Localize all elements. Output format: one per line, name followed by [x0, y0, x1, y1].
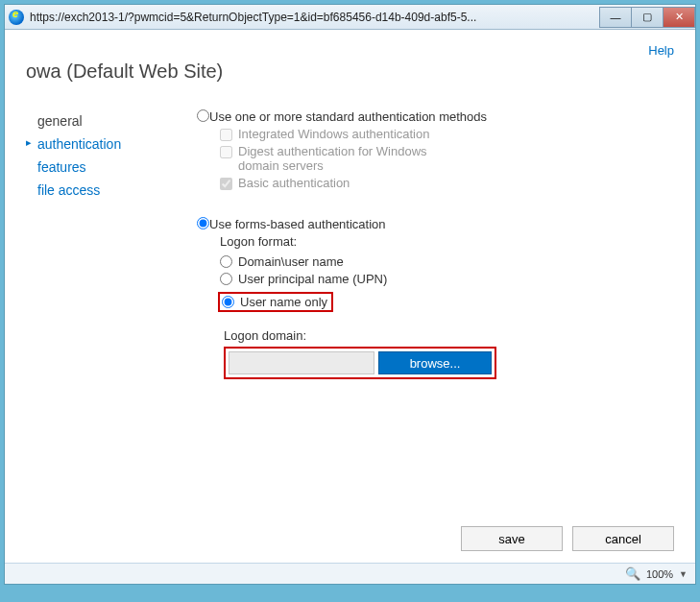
logon-domain-input — [229, 351, 374, 374]
save-button[interactable]: save — [461, 526, 563, 551]
browse-button[interactable]: browse... — [378, 351, 492, 374]
maximize-button[interactable]: ▢ — [631, 7, 664, 28]
titlebar: https://exch2013-1/?pwmcid=5&ReturnObjec… — [5, 5, 695, 30]
checkbox-iwa — [220, 129, 232, 141]
main-panel: Use one or more standard authentication … — [197, 109, 674, 379]
cancel-button[interactable]: cancel — [572, 526, 674, 551]
nav-features[interactable]: features — [26, 156, 197, 179]
label-upn: User principal name (UPN) — [238, 272, 387, 286]
label-logon-format: Logon format: — [220, 234, 674, 249]
status-bar: 🔍 100% ▼ — [5, 563, 695, 584]
label-forms-auth: Use forms-based authentication — [209, 217, 386, 231]
label-standard-auth: Use one or more standard authentication … — [209, 109, 487, 124]
radio-username-only[interactable] — [222, 296, 234, 308]
close-button[interactable]: ✕ — [663, 7, 695, 28]
zoom-icon: 🔍 — [625, 566, 640, 581]
help-link[interactable]: Help — [648, 43, 674, 58]
address-bar[interactable]: https://exch2013-1/?pwmcid=5&ReturnObjec… — [28, 11, 600, 24]
label-digest: Digest authentication for Windows domain… — [238, 144, 459, 173]
radio-forms-auth[interactable] — [197, 217, 209, 229]
label-domain-user: Domain\user name — [238, 254, 344, 269]
window: https://exch2013-1/?pwmcid=5&ReturnObjec… — [4, 4, 696, 585]
nav-general[interactable]: general — [26, 109, 197, 132]
nav-file-access[interactable]: file access — [26, 179, 197, 202]
label-username-only: User name only — [240, 295, 327, 309]
label-basic: Basic authentication — [238, 176, 350, 190]
minimize-button[interactable]: — — [599, 7, 632, 28]
sidebar: general authentication features file acc… — [26, 109, 197, 379]
nav-authentication[interactable]: authentication — [26, 132, 197, 156]
ie-icon — [9, 10, 24, 25]
radio-domain-user[interactable] — [220, 255, 232, 268]
zoom-dropdown-icon[interactable]: ▼ — [679, 569, 688, 579]
logon-domain-row: browse... — [224, 347, 496, 379]
radio-standard-auth[interactable] — [197, 109, 209, 122]
label-iwa: Integrated Windows authentication — [238, 127, 429, 141]
label-logon-domain: Logon domain: — [224, 328, 674, 343]
radio-upn[interactable] — [220, 273, 232, 285]
checkbox-basic — [220, 178, 232, 190]
zoom-level: 100% — [646, 568, 673, 580]
checkbox-digest — [220, 146, 232, 158]
page-title: owa (Default Web Site) — [26, 60, 674, 83]
